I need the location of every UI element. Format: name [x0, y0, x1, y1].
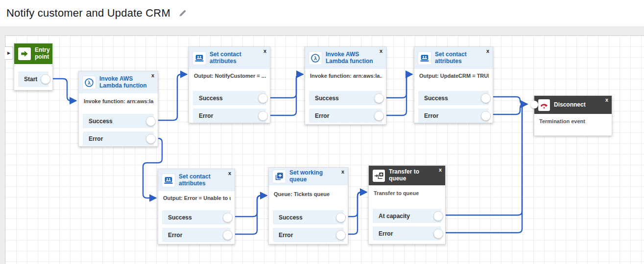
output-row-success: Success [309, 91, 382, 105]
block-description: Termination event [539, 118, 608, 125]
output-row-error: Error [162, 228, 231, 242]
output-connector[interactable] [481, 111, 491, 121]
output-row-at-capacity: At capacity [373, 209, 441, 223]
output-connector[interactable] [223, 213, 233, 222]
row-label: Success [315, 95, 339, 102]
close-icon[interactable]: x [380, 48, 382, 54]
output-connector[interactable] [41, 74, 50, 84]
close-icon[interactable]: x [605, 97, 608, 103]
block-invoke-lambda-1[interactable]: λ Invoke AWS Lambda function x Invoke fu… [78, 71, 158, 147]
block-title: Set contact attributes [435, 51, 483, 65]
output-row-success: Success [273, 210, 344, 224]
panel-expand-button[interactable]: ▶ [5, 46, 13, 60]
block-title: Set contact attributes [179, 174, 225, 187]
output-row-error: Error [309, 109, 382, 123]
output-connector[interactable] [433, 229, 443, 239]
block-disconnect[interactable]: Disconnect x Termination event [534, 95, 612, 136]
block-entry-point[interactable]: Entry point Start [14, 43, 53, 90]
row-label: Error [89, 135, 103, 142]
output-row-success: Success [418, 91, 489, 105]
output-connector[interactable] [374, 93, 384, 103]
block-set-contact-attributes-notify[interactable]: Set contact attributes x Output: NotifyC… [189, 46, 270, 123]
row-label: At capacity [379, 213, 410, 220]
output-connector[interactable] [258, 111, 268, 121]
lambda-icon: λ [309, 52, 322, 65]
flow-title: Notify customer and Update CRM [6, 7, 170, 20]
close-icon[interactable]: x [486, 48, 489, 54]
row-label: Success [424, 95, 448, 102]
row-label: Error [424, 112, 438, 119]
output-row-error: Error [273, 228, 344, 242]
block-description: Output: Error = Unable to u... [163, 195, 231, 202]
chevron-right-icon: ▶ [7, 51, 10, 55]
row-label: Error [379, 230, 393, 237]
row-label: Error [168, 232, 182, 239]
output-connector[interactable] [223, 230, 233, 240]
output-connector[interactable] [258, 93, 268, 103]
svg-text:λ: λ [88, 80, 91, 85]
block-title: Set working queue [289, 170, 338, 183]
output-connector[interactable] [374, 111, 384, 121]
block-title: Entry point [35, 47, 50, 61]
close-icon[interactable]: x [263, 48, 266, 54]
edit-pencil-icon[interactable] [177, 8, 188, 19]
row-label: Success [199, 95, 223, 102]
svg-text:λ: λ [314, 55, 317, 61]
output-connector[interactable] [336, 230, 346, 240]
disconnect-phone-icon [538, 99, 550, 111]
output-row-error: Error [83, 132, 154, 146]
transfer-queue-icon [373, 170, 385, 182]
row-label: Success [89, 118, 113, 125]
block-set-contact-attributes-error[interactable]: Set contact attributes x Output: Error =… [158, 169, 235, 244]
block-title: Invoke AWS Lambda function [326, 51, 376, 65]
block-invoke-lambda-2[interactable]: λ Invoke AWS Lambda function x Invoke fu… [305, 46, 386, 125]
output-row-error: Error [418, 109, 489, 123]
output-row-success: Success [162, 210, 231, 224]
output-row-start: Start [18, 71, 48, 87]
row-label: Success [279, 214, 303, 221]
block-transfer-to-queue[interactable]: Transfer to queue x Transfer to queue At… [368, 165, 446, 244]
entry-point-icon [18, 47, 31, 60]
titlebar: Notify customer and Update CRM [0, 0, 644, 27]
row-label: Error [199, 112, 213, 119]
close-icon[interactable]: x [439, 167, 442, 173]
output-row-error: Error [373, 226, 441, 241]
row-label: Error [315, 112, 329, 119]
block-set-working-queue[interactable]: Set working queue x Queue: Tickets queue… [268, 167, 348, 244]
block-description: Output: NotifyCustomer = ... [194, 73, 266, 80]
lambda-icon: λ [83, 76, 95, 89]
block-title: Transfer to queue [389, 169, 435, 182]
input-connector-port[interactable] [530, 101, 538, 109]
block-description: Queue: Tickets queue [274, 191, 344, 198]
output-connector[interactable] [146, 134, 156, 144]
row-label: Success [168, 214, 192, 221]
block-description: Output: UpdateCRM = TRUE [419, 73, 489, 80]
close-icon[interactable]: x [228, 171, 231, 176]
output-row-error: Error [193, 109, 266, 123]
close-icon[interactable]: x [341, 169, 344, 175]
block-description: Invoke function: arn:aws:la... [84, 98, 154, 105]
contact-attributes-icon [418, 52, 431, 65]
output-connector[interactable] [481, 93, 491, 103]
block-title: Set contact attributes [210, 51, 260, 65]
block-title: Invoke AWS Lambda function [99, 76, 148, 89]
output-row-success: Success [193, 91, 266, 105]
output-row-success: Success [83, 114, 154, 128]
block-description: Transfer to queue [374, 190, 441, 197]
contact-attributes-icon [193, 52, 206, 65]
working-queue-icon [273, 170, 286, 183]
block-set-contact-attributes-updatecrm[interactable]: Set contact attributes x Output: UpdateC… [414, 46, 493, 123]
output-connector[interactable] [146, 116, 156, 126]
row-label: Error [279, 232, 293, 239]
block-description: Invoke function: arn:aws:la... [310, 73, 382, 80]
close-icon[interactable]: x [151, 73, 154, 78]
contact-attributes-icon [162, 174, 175, 187]
block-title: Disconnect [554, 102, 586, 109]
row-label: Start [24, 76, 37, 83]
output-connector[interactable] [336, 213, 346, 222]
output-connector[interactable] [433, 211, 443, 221]
